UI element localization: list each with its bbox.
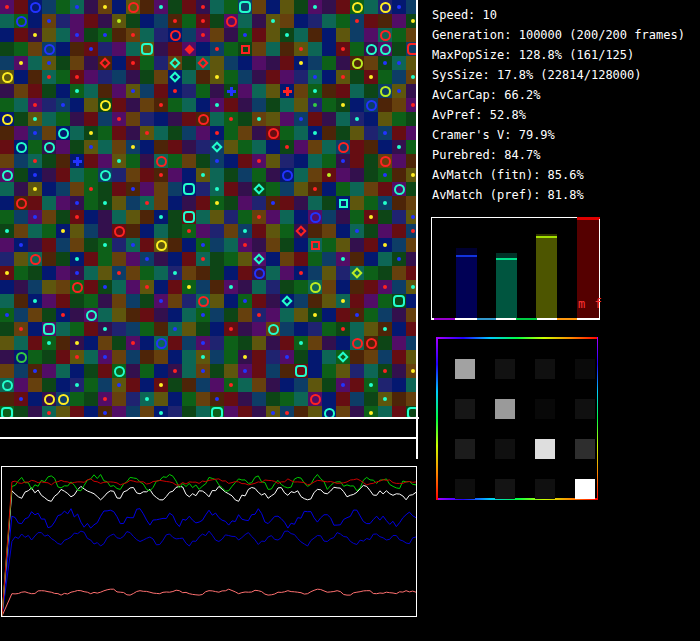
organism-dot bbox=[19, 397, 23, 401]
world-cell bbox=[168, 140, 182, 154]
world-cell bbox=[14, 294, 28, 308]
world-cell bbox=[252, 280, 266, 294]
world-cell bbox=[56, 350, 70, 364]
world-cell bbox=[168, 406, 182, 417]
world-cell bbox=[112, 182, 126, 196]
world-cell bbox=[322, 266, 336, 280]
world-cell bbox=[224, 168, 238, 182]
world-cell bbox=[56, 84, 70, 98]
world-cell bbox=[294, 154, 308, 168]
world-cell bbox=[294, 238, 308, 252]
world-cell bbox=[392, 42, 406, 56]
organism-dot bbox=[61, 313, 65, 317]
world-cell bbox=[112, 126, 126, 140]
world-grid[interactable] bbox=[0, 0, 417, 417]
world-cell bbox=[392, 308, 406, 322]
world-cell bbox=[280, 308, 294, 322]
world-cell bbox=[140, 112, 154, 126]
heatmap-cell bbox=[575, 399, 595, 419]
world-cell bbox=[364, 112, 378, 126]
world-cell bbox=[266, 266, 280, 280]
organism-dot bbox=[33, 215, 37, 219]
organism-dot bbox=[215, 187, 219, 191]
world-cell bbox=[350, 140, 364, 154]
world-cell bbox=[392, 126, 406, 140]
world-cell bbox=[28, 196, 42, 210]
stat-avmatch-fitn: AvMatch (fitn): 85.6% bbox=[432, 165, 696, 185]
world-cell bbox=[308, 364, 322, 378]
world-cell bbox=[336, 28, 350, 42]
organism-dot bbox=[131, 187, 135, 191]
world-cell bbox=[70, 42, 84, 56]
organism-dot bbox=[103, 201, 107, 205]
world-cell bbox=[196, 182, 210, 196]
organism-dot bbox=[397, 145, 401, 149]
baseline-segment bbox=[434, 318, 455, 320]
world-cell bbox=[112, 70, 126, 84]
world-cell bbox=[308, 56, 322, 70]
world-cell bbox=[308, 28, 322, 42]
world-cell bbox=[364, 84, 378, 98]
world-cell bbox=[14, 98, 28, 112]
world-cell bbox=[322, 252, 336, 266]
world-cell bbox=[56, 378, 70, 392]
organism-cross bbox=[73, 157, 82, 166]
world-cell bbox=[112, 56, 126, 70]
world-cell bbox=[140, 140, 154, 154]
heatmap-cell bbox=[495, 399, 515, 419]
world-cell bbox=[322, 210, 336, 224]
world-cell bbox=[238, 140, 252, 154]
world-cell bbox=[252, 196, 266, 210]
world-cell bbox=[42, 112, 56, 126]
world-cell bbox=[42, 0, 56, 14]
world-cell bbox=[140, 266, 154, 280]
world-cell bbox=[154, 140, 168, 154]
organism-dot bbox=[299, 61, 303, 65]
organism-dot bbox=[131, 89, 135, 93]
world-cell bbox=[98, 126, 112, 140]
world-cell bbox=[350, 154, 364, 168]
organism-dot bbox=[5, 5, 9, 9]
world-cell bbox=[224, 154, 238, 168]
world-cell bbox=[28, 140, 42, 154]
world-cell bbox=[350, 98, 364, 112]
world-cell bbox=[28, 70, 42, 84]
world-cell bbox=[14, 112, 28, 126]
organism-dot bbox=[243, 369, 247, 373]
world-cell bbox=[294, 294, 308, 308]
stat-purebred: Purebred: 84.7% bbox=[432, 145, 696, 165]
organism-dot bbox=[383, 369, 387, 373]
series-red-match bbox=[2, 479, 416, 616]
organism-dot bbox=[397, 5, 401, 9]
organism-dot bbox=[159, 215, 163, 219]
organism-dot bbox=[243, 355, 247, 359]
world-cell bbox=[42, 28, 56, 42]
world-cell bbox=[126, 224, 140, 238]
world-cell bbox=[224, 224, 238, 238]
world-cell bbox=[350, 70, 364, 84]
world-cell bbox=[266, 70, 280, 84]
organism-dot bbox=[299, 341, 303, 345]
world-cell bbox=[196, 84, 210, 98]
organism-dot bbox=[33, 173, 37, 177]
world-cell bbox=[196, 154, 210, 168]
world-cell bbox=[392, 406, 406, 417]
organism-octagon bbox=[183, 211, 195, 223]
organism-ring bbox=[156, 338, 167, 349]
world-cell bbox=[98, 14, 112, 28]
world-cell bbox=[42, 84, 56, 98]
world-bottom-border bbox=[0, 417, 419, 419]
organism-dot bbox=[411, 369, 415, 373]
world-cell bbox=[308, 224, 322, 238]
bar-cap-species-teal bbox=[496, 258, 517, 260]
world-cell bbox=[182, 364, 196, 378]
organism-octagon bbox=[239, 1, 251, 13]
world-cell bbox=[308, 14, 322, 28]
world-cell bbox=[56, 140, 70, 154]
organism-dot bbox=[383, 397, 387, 401]
world-cell bbox=[392, 364, 406, 378]
world-cell bbox=[238, 378, 252, 392]
world-cell bbox=[70, 406, 84, 417]
series-salmon-syssize bbox=[2, 589, 416, 616]
world-cell bbox=[14, 0, 28, 14]
